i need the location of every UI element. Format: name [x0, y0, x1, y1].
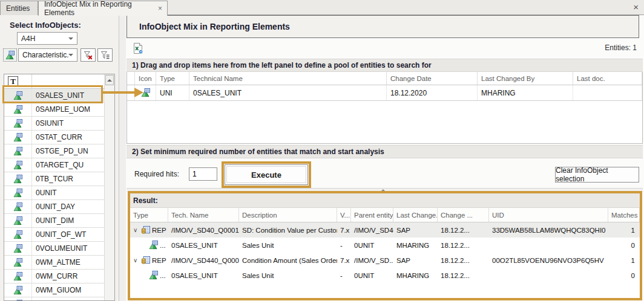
- characteristic-icon: [4, 256, 32, 269]
- characteristic-icon: [4, 186, 32, 199]
- cell-tech-name: /IMO/V_SD40_Q0001: [168, 222, 239, 238]
- excel-export-icon: [132, 42, 144, 54]
- list-item-label: 0WM_ALTME: [32, 258, 80, 267]
- column-header-type[interactable]: Type: [156, 72, 189, 85]
- cell-tech-name: /IMO/V_SD440_Q0001: [168, 253, 239, 268]
- column-header-description[interactable]: Description: [239, 208, 337, 222]
- characteristic-icon: [4, 117, 32, 130]
- column-header-last-changed-by[interactable]: Last Changed By: [478, 72, 573, 85]
- column-header-version[interactable]: V...: [337, 208, 351, 222]
- app-window: Entities × InfoObject Mix in Reporting E…: [0, 0, 644, 301]
- result-heading-text: Result:: [133, 196, 158, 205]
- list-item[interactable]: 0VOLUMEUNIT: [4, 242, 105, 256]
- list-item-label: 0STGE_PD_UN: [32, 147, 88, 155]
- list-item-partial[interactable]: [4, 297, 105, 301]
- list-item[interactable]: 0SAMPLE_UOM: [4, 103, 105, 117]
- result-row[interactable]: ∨ REP /IMO/V_SD40_Q0001 SD: Condition Va…: [130, 222, 640, 238]
- system-select[interactable]: A4H: [17, 32, 77, 45]
- cell-type: REP: [152, 257, 166, 264]
- list-item[interactable]: 0STAT_CURR: [4, 131, 105, 144]
- list-item[interactable]: 0UNIT_DAY: [4, 200, 105, 214]
- column-header-last-changed[interactable]: Last Change...: [393, 208, 438, 222]
- list-scrollbar[interactable]: [104, 74, 114, 300]
- chevron-down-icon: [68, 54, 73, 56]
- pool-table-row[interactable]: UNI 0SALES_UNIT 18.12.2020 MHARING: [127, 85, 642, 101]
- cell-uid: [489, 238, 608, 253]
- cell-type: ...: [160, 272, 166, 279]
- tab-entities[interactable]: Entities ×: [0, 1, 38, 15]
- list-item-label: 0UNIT: [32, 189, 57, 197]
- toolbar: Entities: 1: [126, 38, 639, 59]
- clear-filter-button[interactable]: [80, 48, 96, 62]
- result-table-header: Type Tech. Name Description V... Parent …: [130, 208, 640, 222]
- list-item-label: 0UNIT_DAY: [32, 202, 75, 211]
- result-row[interactable]: ∨ REP /IMO/V_SD440_Q0001 Condition Amoun…: [130, 253, 640, 268]
- scroll-up-button[interactable]: [105, 75, 114, 85]
- column-header-last-doc[interactable]: Last doc.: [573, 72, 642, 85]
- horizontal-splitter[interactable]: [126, 188, 643, 192]
- column-header-matches[interactable]: Matches: [608, 208, 640, 222]
- list-item[interactable]: 0TB_TCUR: [4, 172, 105, 186]
- execute-button[interactable]: Execute: [225, 164, 308, 185]
- cell-parent-entity: 0UNIT: [351, 238, 393, 253]
- cell-parent-entity: 0UNIT: [351, 268, 393, 283]
- expand-collapse-icon[interactable]: ∨: [133, 227, 141, 233]
- list-item[interactable]: 0SIUNIT: [4, 117, 105, 131]
- result-row[interactable]: ... 0SALES_UNIT Sales Unit - 0UNIT MHARI…: [130, 238, 640, 253]
- characteristic-icon: [4, 89, 32, 102]
- tab-infoobject-mix[interactable]: InfoObject Mix in Reporting Elements ×: [38, 1, 168, 16]
- list-item[interactable]: 0SALES_UNIT: [4, 89, 105, 103]
- column-header-uid[interactable]: UID: [489, 208, 608, 222]
- text-filter-icon: T: [8, 76, 18, 86]
- filter-options-button[interactable]: [97, 48, 113, 62]
- window-close-icon[interactable]: ×: [633, 2, 639, 12]
- column-header-change-date[interactable]: Change ...: [438, 208, 489, 222]
- list-item[interactable]: 0UNIT: [4, 186, 105, 200]
- cell-type: UNI: [156, 85, 189, 100]
- cell-type: REP: [152, 227, 166, 234]
- entity-pool-table: Icon Type Technical Name Change Date Las…: [126, 72, 643, 144]
- list-item[interactable]: 0WM_ALTME: [4, 256, 105, 270]
- column-header-icon[interactable]: Icon: [135, 72, 156, 85]
- required-hits-label: Required hits:: [134, 170, 179, 178]
- list-item[interactable]: 0TARGET_QU: [4, 158, 105, 172]
- cell-uid: [489, 268, 608, 283]
- column-header-change-date[interactable]: Change Date: [387, 72, 478, 85]
- cell-last-changed-by: SAP: [393, 222, 438, 238]
- result-row[interactable]: ... 0SALES_UNIT Sales Unit - 0UNIT MHARI…: [130, 268, 640, 283]
- text-filter-cell[interactable]: T: [4, 74, 32, 88]
- list-item[interactable]: 0WM_GIUOM: [4, 283, 105, 297]
- cell-last-changed-by: SAP: [393, 253, 438, 268]
- list-item-label: 0UNIT_OF_WT: [32, 230, 86, 239]
- characteristic-icon: [4, 270, 32, 283]
- export-excel-button[interactable]: [131, 42, 145, 55]
- required-hits-input[interactable]: [189, 167, 217, 181]
- list-item[interactable]: 0UNIT_OF_WT: [4, 228, 105, 242]
- expand-collapse-icon[interactable]: ∨: [133, 257, 141, 264]
- page-title: InfoObject Mix in Reporting Elements: [126, 15, 639, 38]
- list-item[interactable]: 0UNIT_DIM: [4, 214, 105, 228]
- splitter-arrow-up-icon[interactable]: [380, 189, 386, 192]
- list-filter-header[interactable]: T: [4, 74, 105, 89]
- column-header-type[interactable]: Type: [130, 208, 168, 222]
- system-select-value: A4H: [21, 34, 68, 43]
- list-item-label: 0UNIT_DIM: [32, 216, 74, 225]
- result-heading: Result:: [130, 193, 640, 208]
- list-item[interactable]: 0WM_CURR: [4, 270, 105, 283]
- characteristic-icon: [4, 283, 32, 297]
- cell-matches: 1: [608, 253, 640, 268]
- characteristic-icon: [4, 144, 32, 158]
- column-header-technical-name[interactable]: Technical Name: [189, 72, 387, 85]
- cell-last-changed-by: MHARING: [393, 238, 438, 253]
- tab-close-icon[interactable]: ×: [157, 5, 163, 12]
- cell-last-changed-by: MHARING: [393, 268, 438, 283]
- cell-description: Sales Unit: [239, 238, 337, 253]
- column-header-parent-entity[interactable]: Parent entity: [351, 208, 393, 222]
- cell-description: SD: Condition Value per Custome...: [239, 222, 337, 238]
- cell-uid: 33D5WAB58LLAM8WQHQC83QHI0: [489, 222, 608, 238]
- clear-infoobject-selection-button[interactable]: Clear InfoObject selection: [555, 167, 639, 183]
- characteristic-icon: [4, 200, 32, 213]
- infoobject-type-select[interactable]: Characteristic...: [18, 48, 77, 62]
- column-header-tech-name[interactable]: Tech. Name: [168, 208, 239, 222]
- list-item[interactable]: 0STGE_PD_UN: [4, 144, 105, 158]
